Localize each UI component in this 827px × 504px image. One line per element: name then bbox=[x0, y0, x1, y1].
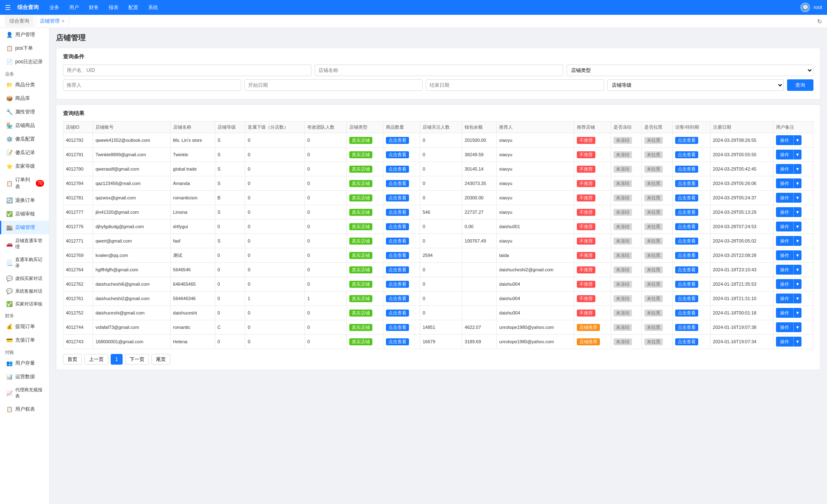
goods-click-tag[interactable]: 点击查看 bbox=[386, 180, 409, 187]
cell-visitor[interactable]: 点击查看 bbox=[672, 263, 710, 277]
cell-goods[interactable]: 点击查看 bbox=[383, 148, 420, 162]
sidebar-item-订单列表[interactable]: 📋 订单列表 70 bbox=[0, 173, 49, 194]
visitor-click-tag[interactable]: 点击查看 bbox=[675, 324, 698, 331]
sidebar-item-傻瓜配置[interactable]: ⚙️ 傻瓜配置 bbox=[0, 132, 49, 146]
cell-goods[interactable]: 点击查看 bbox=[383, 306, 420, 320]
cell-visitor[interactable]: 点击查看 bbox=[672, 133, 710, 148]
cell-visitor[interactable]: 点击查看 bbox=[672, 191, 710, 205]
sidebar-item-店铺管理[interactable]: 🏬 店铺管理 bbox=[0, 221, 49, 234]
action-dropdown-button[interactable]: ▼ bbox=[793, 337, 801, 347]
shop-name-input[interactable] bbox=[315, 65, 563, 76]
action-button[interactable]: 操作 bbox=[776, 164, 793, 174]
goods-click-tag[interactable]: 点击查看 bbox=[386, 238, 409, 245]
action-button[interactable]: 操作 bbox=[776, 265, 793, 275]
sidebar-item-代理商充规报表[interactable]: 📈 代理商充规报表 bbox=[0, 384, 49, 402]
cell-visitor[interactable]: 点击查看 bbox=[672, 277, 710, 291]
sidebar-item-虚拟买家对话[interactable]: 💬 虚拟买家对话 bbox=[0, 272, 49, 285]
tab-综合查询[interactable]: 综合查询 bbox=[5, 16, 34, 27]
visitor-click-tag[interactable]: 点击查看 bbox=[675, 281, 698, 288]
cell-goods[interactable]: 点击查看 bbox=[383, 220, 420, 234]
user-search-input[interactable] bbox=[63, 65, 311, 76]
cell-goods[interactable]: 点击查看 bbox=[383, 205, 420, 220]
visitor-click-tag[interactable]: 点击查看 bbox=[675, 252, 698, 259]
visitor-click-tag[interactable]: 点击查看 bbox=[675, 180, 698, 187]
sidebar-item-用户管理[interactable]: 👤 用户管理 bbox=[0, 28, 49, 42]
next-page-button[interactable]: 下一页 bbox=[125, 354, 149, 365]
cell-visitor[interactable]: 点击查看 bbox=[672, 205, 710, 220]
visitor-click-tag[interactable]: 点击查看 bbox=[675, 295, 698, 302]
cell-visitor[interactable]: 点击查看 bbox=[672, 335, 710, 349]
visitor-click-tag[interactable]: 点击查看 bbox=[675, 137, 698, 144]
cell-visitor[interactable]: 点击查看 bbox=[672, 291, 710, 306]
action-dropdown-button[interactable]: ▼ bbox=[793, 222, 801, 231]
visitor-click-tag[interactable]: 点击查看 bbox=[675, 223, 698, 230]
tab-店铺管理[interactable]: 店铺管理 ✕ bbox=[35, 16, 69, 27]
nav-item-report[interactable]: 报表 bbox=[105, 2, 123, 13]
sidebar-item-退换订单[interactable]: 🔄 退换订单 bbox=[0, 194, 49, 207]
visitor-click-tag[interactable]: 点击查看 bbox=[675, 151, 698, 158]
goods-click-tag[interactable]: 点击查看 bbox=[386, 338, 409, 345]
goods-click-tag[interactable]: 点击查看 bbox=[386, 310, 409, 317]
nav-item-business[interactable]: 业务 bbox=[45, 2, 63, 13]
goods-click-tag[interactable]: 点击查看 bbox=[386, 223, 409, 230]
action-button[interactable]: 操作 bbox=[776, 222, 793, 231]
sidebar-item-pos下单[interactable]: 📋 pos下单 bbox=[0, 42, 49, 55]
sidebar-item-pos日志记录[interactable]: 📄 pos日志记录 bbox=[0, 55, 49, 69]
cell-goods[interactable]: 点击查看 bbox=[383, 133, 420, 148]
cell-goods[interactable]: 点击查看 bbox=[383, 277, 420, 291]
action-button[interactable]: 操作 bbox=[776, 308, 793, 318]
cell-visitor[interactable]: 点击查看 bbox=[672, 176, 710, 191]
cell-goods[interactable]: 点击查看 bbox=[383, 162, 420, 176]
nav-item-config[interactable]: 配置 bbox=[124, 2, 142, 13]
action-button[interactable]: 操作 bbox=[776, 207, 793, 217]
action-button[interactable]: 操作 bbox=[776, 279, 793, 289]
goods-click-tag[interactable]: 点击查看 bbox=[386, 137, 409, 144]
visitor-click-tag[interactable]: 点击查看 bbox=[675, 310, 698, 317]
cell-goods[interactable]: 点击查看 bbox=[383, 234, 420, 248]
cell-visitor[interactable]: 点击查看 bbox=[672, 320, 710, 335]
cell-visitor[interactable]: 点击查看 bbox=[672, 148, 710, 162]
action-dropdown-button[interactable]: ▼ bbox=[793, 164, 801, 174]
sidebar-item-商品分类[interactable]: 📁 商品分类 bbox=[0, 78, 49, 92]
goods-click-tag[interactable]: 点击查看 bbox=[386, 194, 409, 201]
cell-goods[interactable]: 点击查看 bbox=[383, 335, 420, 349]
action-dropdown-button[interactable]: ▼ bbox=[793, 135, 801, 145]
action-dropdown-button[interactable]: ▼ bbox=[793, 322, 801, 332]
sidebar-item-提现订单[interactable]: 💰 提现订单 bbox=[0, 320, 49, 333]
visitor-click-tag[interactable]: 点击查看 bbox=[675, 209, 698, 216]
referrer-input[interactable] bbox=[63, 79, 241, 91]
cell-goods[interactable]: 点击查看 bbox=[383, 248, 420, 263]
action-dropdown-button[interactable]: ▼ bbox=[793, 294, 801, 303]
sidebar-item-傻瓜记录[interactable]: 📝 傻瓜记录 bbox=[0, 146, 49, 160]
visitor-click-tag[interactable]: 点击查看 bbox=[675, 238, 698, 245]
tab-close-icon[interactable]: ✕ bbox=[61, 19, 65, 23]
nav-item-finance[interactable]: 财务 bbox=[85, 2, 103, 13]
cell-goods[interactable]: 点击查看 bbox=[383, 320, 420, 335]
action-dropdown-button[interactable]: ▼ bbox=[793, 250, 801, 260]
action-dropdown-button[interactable]: ▼ bbox=[793, 150, 801, 160]
visitor-click-tag[interactable]: 点击查看 bbox=[675, 266, 698, 273]
sidebar-item-商品库[interactable]: 📦 商品库 bbox=[0, 92, 49, 105]
query-button[interactable]: 查询 bbox=[787, 79, 813, 91]
goods-click-tag[interactable]: 点击查看 bbox=[386, 324, 409, 331]
cell-goods[interactable]: 点击查看 bbox=[383, 176, 420, 191]
goods-click-tag[interactable]: 点击查看 bbox=[386, 151, 409, 158]
action-button[interactable]: 操作 bbox=[776, 337, 793, 347]
sidebar-item-卖家等级[interactable]: ⭐ 卖家等级 bbox=[0, 160, 49, 173]
visitor-click-tag[interactable]: 点击查看 bbox=[675, 338, 698, 345]
action-button[interactable]: 操作 bbox=[776, 294, 793, 303]
cell-goods[interactable]: 点击查看 bbox=[383, 291, 420, 306]
action-button[interactable]: 操作 bbox=[776, 193, 793, 203]
cell-visitor[interactable]: 点击查看 bbox=[672, 248, 710, 263]
action-dropdown-button[interactable]: ▼ bbox=[793, 236, 801, 246]
prev-page-button[interactable]: 上一页 bbox=[84, 354, 108, 365]
action-button[interactable]: 操作 bbox=[776, 135, 793, 145]
goods-click-tag[interactable]: 点击查看 bbox=[386, 295, 409, 302]
menu-icon[interactable]: ☰ bbox=[5, 4, 11, 12]
sidebar-item-运营数据[interactable]: 📊 运营数据 bbox=[0, 370, 49, 384]
sidebar-item-用户权表[interactable]: 📋 用户权表 bbox=[0, 402, 49, 416]
goods-click-tag[interactable]: 点击查看 bbox=[386, 252, 409, 259]
cell-visitor[interactable]: 点击查看 bbox=[672, 220, 710, 234]
action-dropdown-button[interactable]: ▼ bbox=[793, 178, 801, 188]
goods-click-tag[interactable]: 点击查看 bbox=[386, 266, 409, 273]
